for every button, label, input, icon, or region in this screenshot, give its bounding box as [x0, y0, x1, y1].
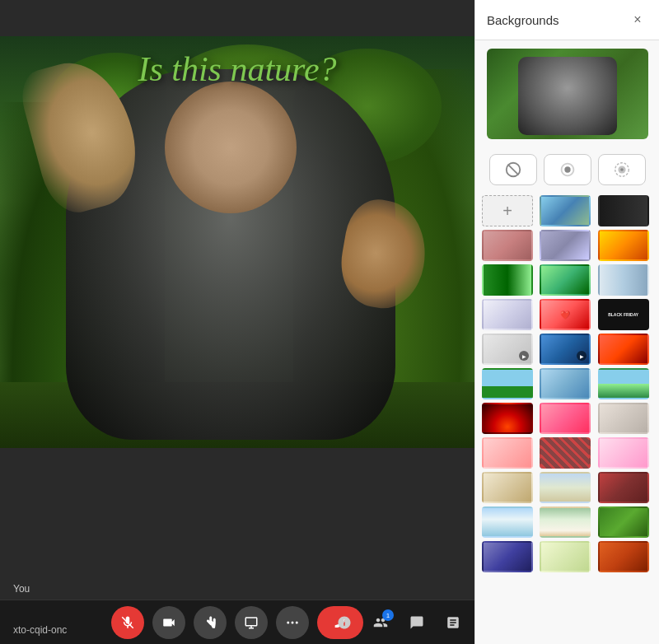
background-thumb[interactable]	[482, 506, 533, 538]
background-thumb[interactable]	[598, 437, 649, 469]
background-thumb[interactable]	[540, 541, 591, 572]
svg-line-5	[507, 165, 518, 175]
panel-title: Backgrounds	[487, 13, 559, 27]
info-button[interactable]	[330, 608, 359, 637]
svg-point-1	[287, 621, 289, 623]
camera-button[interactable]	[152, 606, 185, 639]
background-thumb[interactable]	[598, 230, 649, 261]
blur-more-background-button[interactable]	[598, 154, 646, 185]
video-background-indicator: ▶	[577, 351, 587, 361]
background-thumb[interactable]	[540, 195, 591, 226]
background-preview	[487, 49, 648, 139]
present-button[interactable]	[235, 606, 268, 639]
background-thumb[interactable]	[482, 403, 533, 434]
background-thumb[interactable]	[598, 334, 649, 365]
background-thumb[interactable]	[540, 506, 591, 538]
mute-button[interactable]	[111, 606, 144, 639]
svg-point-9	[620, 168, 624, 171]
background-thumb[interactable]	[598, 368, 649, 399]
main-video-area: 🎤 Is this nature? You xto-cqid-onc	[0, 0, 474, 644]
background-thumb[interactable]: ❤️	[540, 299, 591, 330]
background-thumb[interactable]	[540, 264, 591, 296]
backgrounds-panel: Backgrounds × +	[474, 0, 659, 644]
preview-person-silhouette	[518, 57, 617, 135]
slide-title: Is this nature?	[0, 49, 474, 89]
self-label: You	[13, 583, 30, 595]
activities-button[interactable]	[438, 608, 468, 637]
meeting-id: xto-cqid-onc	[13, 624, 67, 636]
svg-point-2	[292, 621, 294, 623]
add-background-button[interactable]: +	[482, 195, 533, 226]
background-thumb[interactable]	[540, 403, 591, 434]
panel-close-button[interactable]: ×	[628, 10, 647, 30]
video-background-indicator: ▶	[519, 351, 529, 361]
background-thumb[interactable]	[482, 230, 533, 261]
background-thumb[interactable]	[598, 195, 649, 226]
blur-background-button[interactable]	[544, 154, 591, 185]
control-buttons	[111, 606, 363, 639]
panel-header: Backgrounds ×	[475, 0, 659, 40]
background-thumb[interactable]	[598, 403, 649, 434]
background-thumb[interactable]	[598, 541, 649, 572]
people-count-badge: 1	[382, 609, 394, 621]
background-thumb[interactable]: ▶	[540, 334, 591, 365]
chat-button[interactable]	[402, 608, 432, 637]
background-thumb[interactable]	[598, 506, 649, 538]
more-options-button[interactable]	[276, 606, 309, 639]
background-thumb[interactable]	[482, 264, 533, 296]
background-thumb[interactable]	[540, 230, 591, 261]
background-thumb[interactable]	[540, 368, 591, 399]
background-thumb[interactable]	[482, 299, 533, 330]
background-thumb[interactable]	[598, 472, 649, 503]
video-feed	[0, 36, 474, 448]
bottom-right-actions: 1	[330, 608, 468, 637]
background-thumb[interactable]	[482, 541, 533, 572]
people-button-wrapper: 1	[366, 608, 395, 637]
black-friday-background-thumb[interactable]	[598, 299, 649, 330]
meeting-toolbar: xto-cqid-onc	[0, 600, 474, 644]
svg-point-3	[296, 621, 298, 623]
no-background-button[interactable]	[489, 154, 537, 185]
background-thumb[interactable]	[540, 472, 591, 503]
background-thumb[interactable]: ▶	[482, 334, 533, 365]
svg-point-6	[564, 166, 570, 172]
background-thumb[interactable]	[598, 264, 649, 296]
background-thumb[interactable]	[482, 368, 533, 399]
raise-hand-button[interactable]	[194, 606, 227, 639]
background-thumb[interactable]	[540, 437, 591, 469]
background-thumb[interactable]	[482, 437, 533, 469]
background-thumbnails: + ❤️ ▶ ▶	[475, 192, 659, 576]
background-options-row	[475, 147, 659, 192]
background-thumb[interactable]	[482, 472, 533, 503]
